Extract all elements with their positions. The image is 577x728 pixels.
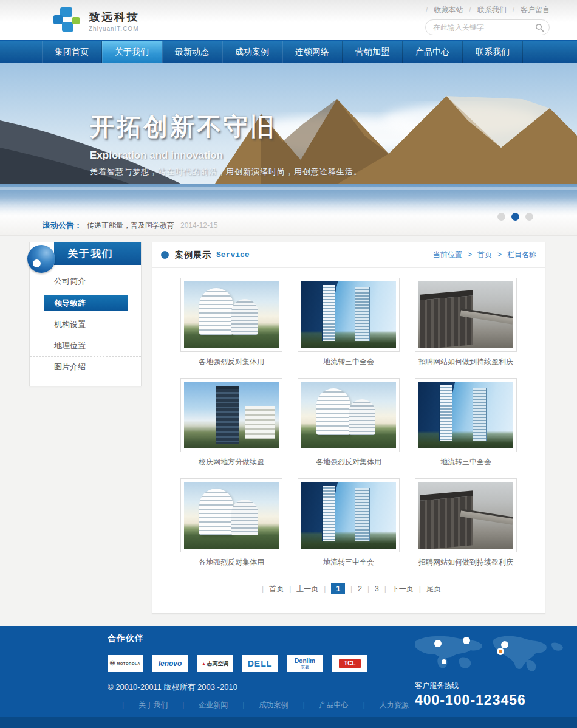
nav-item-label: 产品中心 [415,47,449,57]
map-dot [434,640,442,647]
footer-link[interactable]: 产品中心 [288,700,348,710]
partner-logo[interactable]: 志高空调 [197,655,233,672]
breadcrumb-item[interactable]: 栏目名称 [492,250,536,259]
site-logo[interactable]: 致远科技 ZhiyuanIT.COM [53,7,140,34]
case-thumbnail[interactable] [415,278,517,352]
case-thumbnail[interactable] [298,378,400,452]
topbar-link[interactable]: 客户留言 [507,5,550,14]
building-photo [301,382,396,448]
pagination-item[interactable]: 下一页 [379,584,414,594]
topbar-link[interactable]: 联系我们 [463,5,506,14]
pagination-item[interactable]: 尾页 [414,584,441,594]
building-photo [301,482,396,549]
breadcrumb-item[interactable]: 首页 [462,250,492,259]
nav-item-label: 连锁网络 [295,47,329,57]
nav-item[interactable]: 集团首页 [42,41,102,63]
sidebar-menu-item-label: 地理位置 [30,335,141,356]
sidebar-menu-item-label: 领导致辞 [44,295,128,311]
search-icon[interactable] [535,23,544,32]
partner-logo[interactable]: DELL [242,655,278,672]
panel-header: 案例展示 Service 当前位置首页栏目名称 [152,242,545,268]
footer-link[interactable]: 成功案例 [228,700,288,710]
map-dot [442,659,446,664]
notice-text[interactable]: 传递正能量，普及国学教育 [87,221,174,231]
nav-item[interactable]: 成功案例 [222,41,282,63]
topbar-link[interactable]: 收藏本站 [420,5,463,14]
sidebar-menu-item[interactable]: 地理位置 [30,335,141,357]
nav-item[interactable]: 营销加盟 [343,41,403,63]
breadcrumb-label: 当前位置 [433,250,462,259]
case-caption[interactable]: 地流转三中全会 [440,457,491,467]
case-caption[interactable]: 校庆网地方分做续盈 [199,457,264,467]
banner-text: 开拓创新不守旧 Exploration and innovation 凭着智慧与… [90,110,362,177]
partner-logo-text: DELL [248,659,273,668]
case-thumbnail[interactable] [298,478,400,552]
sidebar-menu-item[interactable]: 公司简介 [30,271,141,292]
carousel-dot[interactable] [525,213,533,221]
case-caption[interactable]: 招聘网站如何做到持续盈利庆 [418,557,513,568]
site-header: 致远科技 ZhiyuanIT.COM 收藏本站联系我们客户留言 [0,0,577,41]
building-photo [418,382,513,448]
building-photo [301,281,396,348]
nav-item[interactable]: 联系我们 [463,41,523,63]
partner-logo-text: TCL [339,659,360,668]
nav-item-label: 集团首页 [55,47,89,57]
search-input[interactable] [433,23,535,32]
carousel-dot[interactable] [497,213,505,221]
case-card: 地流转三中全会 [298,278,400,367]
partner-logo[interactable]: Donlim 东菱 [287,655,323,672]
nav-item[interactable]: 产品中心 [403,41,463,63]
pagination-item[interactable]: 上一页 [284,584,318,594]
partner-logo[interactable]: lenovo [152,655,188,672]
hotline-label: 客户服务热线 [415,681,571,691]
pagination-item-label: 首页 [269,584,284,594]
sidebar-menu-item[interactable]: 机构设置 [30,314,141,335]
partner-logo[interactable]: TCL [332,655,367,672]
partner-logo-text: 志高空调 [202,661,229,667]
case-thumbnail[interactable] [180,378,282,452]
carousel-dot[interactable] [511,213,519,221]
pagination-item[interactable]: 1 [318,583,345,594]
pagination-item[interactable]: 2 [345,585,362,593]
partner-logo[interactable]: MOTOROLA [108,655,143,672]
case-thumbnail[interactable] [298,278,400,352]
footer-link[interactable]: 关于我们 [108,700,168,710]
case-caption[interactable]: 地流转三中全会 [323,357,374,367]
case-thumbnail[interactable] [180,278,282,352]
partner-logo-text: lenovo [159,660,182,667]
case-thumbnail[interactable] [415,478,517,552]
sidebar-menu-item[interactable]: 领导致辞 [30,295,141,314]
site-footer: 合作伙伴 MOTOROLA lenovo 志高空调 [0,626,577,717]
footer-link[interactable]: 企业新闻 [168,700,228,710]
banner-subtitle: Exploration and innovation [90,149,362,162]
case-caption[interactable]: 各地强烈反对集体用 [316,457,381,467]
partner-logo-subtext: 东菱 [301,665,309,669]
sidebar-menu-item[interactable]: 图片介绍 [30,357,141,377]
case-thumbnail[interactable] [415,378,517,452]
building-photo [418,281,513,348]
case-caption[interactable]: 招聘网站如何做到持续盈利庆 [418,357,513,367]
case-gallery: 各地强烈反对集体用 地流转三中全会 招聘网站如何做到持续盈利庆 [152,268,545,568]
pagination-item[interactable]: 首页 [256,584,284,594]
sidebar-menu-item-label: 公司简介 [30,271,141,292]
nav-item[interactable]: 最新动态 [162,41,222,63]
nav-item-label: 关于我们 [115,47,149,57]
footer-link[interactable]: 人力资源 [349,700,409,710]
sidebar-title: 关于我们 [54,242,141,265]
building-photo [418,482,513,549]
nav-item[interactable]: 关于我们 [102,41,162,63]
map-dot [501,641,508,648]
footer-bottom-strip [0,717,577,728]
case-card: 地流转三中全会 [298,478,400,568]
pagination-item[interactable]: 3 [362,585,379,593]
nav-item-label: 最新动态 [175,47,209,57]
case-caption[interactable]: 地流转三中全会 [323,557,374,568]
case-thumbnail[interactable] [180,478,282,552]
case-caption[interactable]: 各地强烈反对集体用 [199,557,264,568]
panel-subtitle: Service [216,250,250,259]
nav-item-label: 联系我们 [476,47,510,57]
nav-item-label: 营销加盟 [355,47,389,57]
nav-item-label: 成功案例 [235,47,269,57]
nav-item[interactable]: 连锁网络 [282,41,343,63]
case-caption[interactable]: 各地强烈反对集体用 [199,357,264,367]
